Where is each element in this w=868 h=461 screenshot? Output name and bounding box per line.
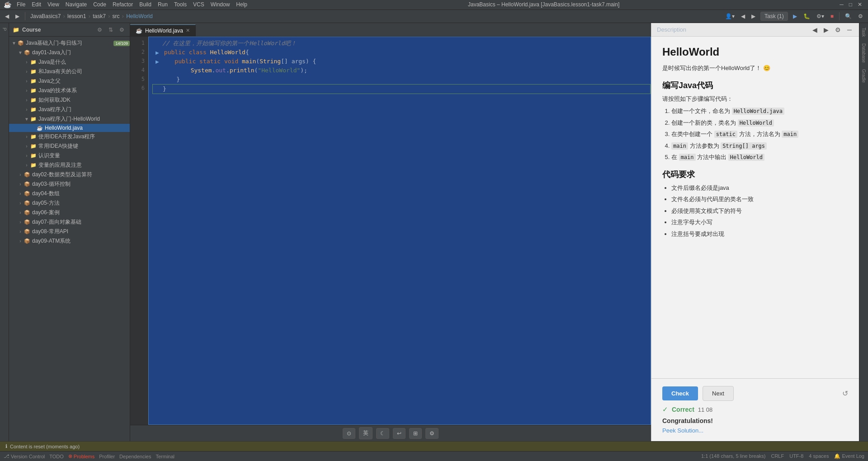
tree-day08[interactable]: › 📦 day08-常用API (9, 227, 130, 236)
check-button[interactable]: Check (662, 386, 698, 400)
editor-content[interactable]: 1 2 3 4 5 6 ✓ // 在这里，开始编写你的第一个HelloWorld… (130, 37, 651, 425)
database-tab-btn[interactable]: Database (860, 41, 867, 66)
menu-run[interactable]: Run (155, 0, 170, 9)
day02-icon: 📦 (24, 172, 31, 178)
breadcrumb-lesson[interactable]: lesson1 (67, 13, 86, 19)
tree-variable-app[interactable]: › 📁 变量的应用及注意 (9, 160, 130, 170)
run-line3-btn[interactable]: ▶ (154, 59, 160, 64)
panel-gear-btn[interactable]: ⚙ (95, 26, 104, 34)
breadcrumb-project[interactable]: JavaBasics7 (30, 13, 61, 19)
breadcrumb-task[interactable]: task7 (93, 13, 106, 19)
tree-idea[interactable]: › 📁 使用IDEA开发Java程序 (9, 132, 130, 141)
tree-java-tech[interactable]: › 📁 Java的技术体系 (9, 86, 130, 95)
tree-variable[interactable]: › 📁 认识变量 (9, 151, 130, 160)
minimize-btn[interactable]: ─ (837, 0, 846, 9)
tree-java-program[interactable]: › 📁 Java程序入门 (9, 105, 130, 114)
tree-day02[interactable]: › 📦 day02-数据类型及运算符 (9, 170, 130, 179)
day07-label: day07-面向对象基础 (32, 218, 130, 226)
task-tab-btn[interactable]: Task (860, 25, 867, 40)
desc-footer: Check Next ↺ ✓ Correct 11 08 Congratulat… (651, 378, 859, 441)
forward-btn[interactable]: ▶ (13, 12, 22, 21)
java-jdk-arrow: › (24, 98, 30, 103)
menu-tools[interactable]: Tools (171, 0, 189, 9)
menu-navigate[interactable]: Navigate (63, 0, 90, 9)
desc-fwd-btn[interactable]: ▶ (822, 25, 830, 34)
status-problems[interactable]: ⊗ Problems (68, 453, 94, 459)
content-reset-text: Content is reset (moments ago) (10, 444, 80, 449)
status-vc[interactable]: ⎇ Version Control (4, 453, 45, 459)
status-profiler[interactable]: Profiler (99, 454, 115, 459)
tree-day07[interactable]: › 📦 day07-面向对象基础 (9, 217, 130, 227)
next-button[interactable]: Next (703, 386, 734, 401)
run-btn[interactable]: ▶ (791, 12, 799, 21)
project-icon[interactable]: P (1, 25, 8, 33)
code-editor[interactable]: // 在这里，开始编写你的第一个HelloWorld吧！ ▶ public cl… (149, 37, 651, 96)
tree-day05[interactable]: › 📦 day05-方法 (9, 198, 130, 208)
tree-day03[interactable]: › 📦 day03-循环控制 (9, 179, 130, 189)
tree-day09[interactable]: › 📦 day09-ATM系统 (9, 236, 130, 246)
menu-refactor[interactable]: Refactor (110, 0, 136, 9)
status-encoding: UTF-8 (789, 453, 803, 459)
menu-vcs[interactable]: VCS (190, 0, 207, 9)
menu-window[interactable]: Window (208, 0, 233, 9)
desc-section2: 代码要求 (662, 169, 848, 180)
task-button[interactable]: Task (1) (760, 12, 788, 21)
tree-shortcut[interactable]: › 📁 常用IDEA快捷键 (9, 141, 130, 151)
menu-file[interactable]: File (14, 0, 28, 9)
stop-btn[interactable]: ■ (828, 12, 836, 21)
editor-tab-helloworld[interactable]: ☕ HelloWorld.java ✕ (130, 24, 196, 36)
menu-build[interactable]: Build (137, 0, 154, 9)
run-config-btn[interactable]: ⚙▾ (814, 12, 826, 21)
ime-btn2[interactable]: 英 (359, 427, 373, 439)
nav-back-btn[interactable]: ◀ (739, 12, 747, 21)
day07-icon: 📦 (24, 219, 31, 225)
panel-settings-btn[interactable]: ⚙ (118, 26, 126, 34)
tree-java-father[interactable]: › 📁 Java之父 (9, 76, 130, 86)
tree-java-what[interactable]: › 📁 Java是什么 (9, 57, 130, 67)
tree-root[interactable]: ▼ 📦 Java基础入门-每日练习 14/109 (9, 38, 130, 48)
cls-system: System (191, 66, 212, 75)
profile-btn[interactable]: 👤▾ (723, 12, 737, 21)
menu-help[interactable]: Help (233, 0, 250, 9)
ime-btn3[interactable]: ☾ (376, 428, 389, 439)
desc-minimize-btn[interactable]: ─ (845, 25, 854, 34)
tree-java-company[interactable]: › 📁 和Java有关的公司 (9, 67, 130, 76)
tree-helloworld-folder[interactable]: ▼ 📁 Java程序入门-HelloWorld (9, 114, 130, 124)
desc-section1: 编写Java代码 (662, 80, 848, 91)
panel-sort-btn[interactable]: ⇅ (107, 26, 115, 34)
run-line2-btn[interactable]: ▶ (154, 50, 160, 55)
java-tech-icon: 📁 (30, 88, 37, 94)
ime-btn6[interactable]: ⚙ (425, 428, 439, 439)
nav-fwd-btn[interactable]: ▶ (749, 12, 758, 21)
breadcrumb-src[interactable]: src (113, 13, 120, 19)
ime-btn4[interactable]: ↩ (393, 428, 406, 439)
desc-settings-btn[interactable]: ⚙ (833, 25, 843, 34)
menu-view[interactable]: View (45, 0, 62, 9)
status-terminal[interactable]: Terminal (156, 454, 175, 459)
menu-edit[interactable]: Edit (29, 0, 44, 9)
back-btn[interactable]: ◀ (3, 12, 11, 21)
gradle-tab-btn[interactable]: Gradle (860, 66, 867, 85)
tab-close-btn[interactable]: ✕ (186, 28, 190, 33)
close-btn[interactable]: ✕ (855, 0, 864, 9)
ime-btn1[interactable]: ⊙ (343, 428, 355, 439)
peek-solution-link[interactable]: Peek Solution... (662, 427, 703, 434)
tree-day06[interactable]: › 📦 day06-案例 (9, 208, 130, 217)
ime-btn5[interactable]: ⊞ (409, 428, 422, 439)
event-log-btn[interactable]: 🔔 Event Log (834, 453, 864, 459)
reset-button[interactable]: ↺ (842, 389, 848, 398)
deps-label: Dependencies (119, 454, 151, 459)
maximize-btn[interactable]: □ (847, 0, 854, 9)
settings-btn[interactable]: ⚙ (856, 12, 865, 21)
tree-day01[interactable]: ▼ 📦 day01-Java入门 (9, 48, 130, 57)
tree-helloworld-java[interactable]: ☕ HelloWorld.java (9, 124, 130, 132)
tree-java-jdk[interactable]: › 📁 如何获取JDK (9, 95, 130, 105)
tree-day04[interactable]: › 📦 day04-数组 (9, 189, 130, 198)
status-deps[interactable]: Dependencies (119, 454, 151, 459)
status-todo[interactable]: TODO (49, 454, 64, 459)
debug-btn[interactable]: 🐛 (801, 12, 812, 21)
breadcrumb-file[interactable]: HelloWorld (126, 13, 152, 19)
search-btn[interactable]: 🔍 (843, 12, 854, 21)
menu-code[interactable]: Code (90, 0, 109, 9)
desc-back-btn[interactable]: ◀ (811, 25, 819, 34)
